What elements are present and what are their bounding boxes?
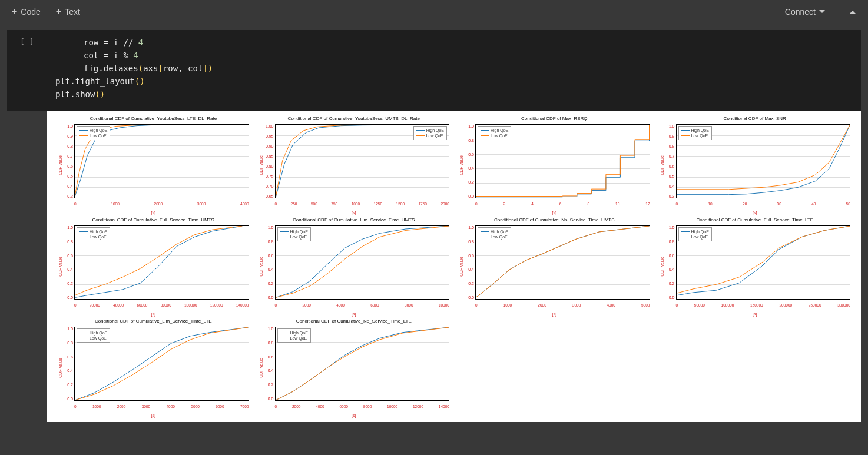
plus-icon: + [56,7,61,16]
subplot-title: Conditional CDF of Max_SNR [656,116,854,121]
y-ticks: 1.00.80.60.40.20.0 [460,124,474,198]
x-ticks: 01000200030004000 [74,202,249,206]
notebook-toolbar: + Code + Text Connect [0,0,868,24]
x-ticks: 020000400006000080000100000120000140000 [74,303,249,307]
subplot-1: Conditional CDF of Cumulative_YoutubeSes… [255,116,453,215]
x-axis-label: [s] [255,211,453,215]
subplot-title: Conditional CDF of Cumulative_No_Service… [255,318,453,324]
code-editor[interactable]: row = i // 4col = i % 4fig.delaxes(axs[r… [55,30,861,111]
connect-button[interactable]: Connect [779,5,831,19]
legend: High QoELow QoE [678,126,712,140]
y-ticks: 1.00.80.60.40.20.0 [460,225,474,300]
x-ticks: 050000100000150000200000250000300000 [676,303,851,307]
code-cell[interactable]: [ ] row = i // 4col = i % 4fig.delaxes(a… [7,30,861,111]
legend: High QoELow QoE [77,328,110,343]
x-ticks: 01020304050 [676,202,851,206]
cell-output: Conditional CDF of Cumulative_YoutubeSes… [47,111,861,422]
subplot-title: Conditional CDF of Cumulative_Full_Servi… [54,217,253,222]
y-ticks: 1.00.90.80.70.60.50.40.3 [59,124,73,198]
add-code-button[interactable]: + Code [6,5,47,19]
y-ticks: 1.00.80.60.40.20.0 [260,327,274,401]
chevron-up-icon [849,7,856,14]
divider [837,5,837,18]
legend: High QoELow QoE [478,227,511,241]
add-code-label: Code [21,7,40,16]
y-ticks: 1.000.950.900.850.800.750.700.65 [260,124,274,198]
subplot-title: Conditional CDF of Cumulative_YoutubeSes… [255,116,453,121]
collapse-button[interactable] [843,5,862,19]
y-ticks: 1.00.80.60.40.20.0 [59,327,73,401]
execution-prompt: [ ] [7,30,55,111]
subplot-7: Conditional CDF of Cumulative_Full_Servi… [656,217,854,316]
subplot-2: Conditional CDF of Max_RSRQCDF Value[s]1… [455,116,654,215]
y-ticks: 1.00.80.60.40.20.0 [260,225,274,300]
legend: High QoELow QoE [77,126,110,140]
legend: High QoELow QoE [678,227,712,241]
x-ticks: 025050075010001250150017502000 [275,202,450,206]
y-ticks: 1.00.90.80.70.60.50.40.3 [661,124,675,198]
connect-label: Connect [785,7,816,16]
subplot-8: Conditional CDF of Cumulative_Lim_Servic… [54,318,253,417]
x-ticks: 0200040006000800010000 [275,303,450,307]
legend: High QoELow QoE [277,328,311,343]
x-axis-label: [s] [455,312,654,316]
legend: High QoFLow QoE [77,227,110,241]
subplot-4: Conditional CDF of Cumulative_Full_Servi… [54,217,253,316]
x-axis-label: [s] [656,312,854,316]
plot-grid: Conditional CDF of Cumulative_YoutubeSes… [54,116,854,417]
x-ticks: 024681012 [475,202,650,206]
plus-icon: + [12,7,17,16]
subplot-6: Conditional CDF of Cumulative_No_Service… [455,217,654,316]
chevron-down-icon [819,10,825,16]
x-axis-label: [s] [54,211,253,215]
x-axis-label: [s] [255,413,453,417]
x-ticks: 02000400060008000100001200014000 [275,404,450,408]
subplot-9: Conditional CDF of Cumulative_No_Service… [255,318,453,417]
subplot-title: Conditional CDF of Cumulative_Lim_Servic… [54,318,253,324]
y-ticks: 1.00.80.60.40.20.0 [661,225,675,300]
legend: High QoELow QoE [413,126,447,140]
x-axis-label: [s] [455,211,654,215]
x-ticks: 01000200030004000500060007000 [74,404,249,408]
subplot-0: Conditional CDF of Cumulative_YoutubeSes… [54,116,253,215]
x-axis-label: [s] [656,211,854,215]
legend: High QoELow QoE [277,227,311,241]
x-axis-label: [s] [255,312,453,316]
y-ticks: 1.00.80.60.40.20.0 [59,225,73,300]
subplot-title: Conditional CDF of Cumulative_No_Service… [455,217,654,222]
x-axis-label: [s] [54,413,253,417]
subplot-title: Conditional CDF of Cumulative_Lim_Servic… [255,217,453,222]
x-axis-label: [s] [54,312,253,316]
x-ticks: 010002000300040005000 [475,303,650,307]
subplot-5: Conditional CDF of Cumulative_Lim_Servic… [255,217,453,316]
subplot-title: Conditional CDF of Cumulative_YoutubeSes… [54,116,253,121]
subplot-3: Conditional CDF of Max_SNRCDF Value[s]1.… [656,116,854,215]
add-text-button[interactable]: + Text [50,5,86,19]
add-text-label: Text [65,7,80,16]
legend: High QoELow QoE [478,126,511,140]
subplot-title: Conditional CDF of Max_RSRQ [455,116,654,121]
subplot-title: Conditional CDF of Cumulative_Full_Servi… [656,217,854,222]
